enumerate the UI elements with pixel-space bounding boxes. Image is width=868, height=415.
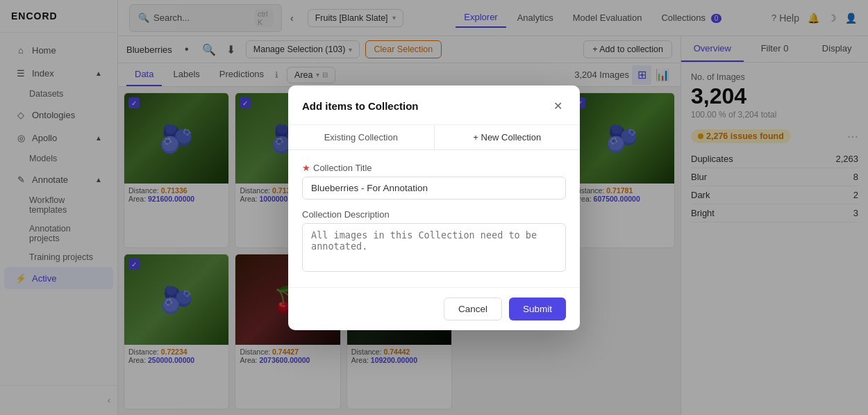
collection-title-label: ★ Collection Title <box>302 163 566 173</box>
modal-tab-existing[interactable]: Existing Collection <box>288 125 435 149</box>
submit-button[interactable]: Submit <box>509 298 566 320</box>
cancel-button[interactable]: Cancel <box>444 298 502 320</box>
modal: Add items to Collection ✕ Existing Colle… <box>288 86 580 330</box>
modal-title: Add items to Collection <box>302 100 419 112</box>
modal-close-button[interactable]: ✕ <box>549 98 566 115</box>
collection-title-input[interactable] <box>302 177 566 200</box>
modal-tabs: Existing Collection + New Collection <box>288 125 580 150</box>
collection-description-textarea[interactable] <box>302 223 566 272</box>
modal-tab-new[interactable]: + New Collection <box>435 125 581 149</box>
modal-body: ★ Collection Title Collection Descriptio… <box>288 150 580 287</box>
modal-overlay[interactable]: Add items to Collection ✕ Existing Colle… <box>0 0 868 415</box>
modal-header: Add items to Collection ✕ <box>288 86 580 125</box>
modal-footer: Cancel Submit <box>288 287 580 330</box>
required-indicator: ★ <box>302 163 310 173</box>
collection-description-label: Collection Description <box>302 209 566 220</box>
